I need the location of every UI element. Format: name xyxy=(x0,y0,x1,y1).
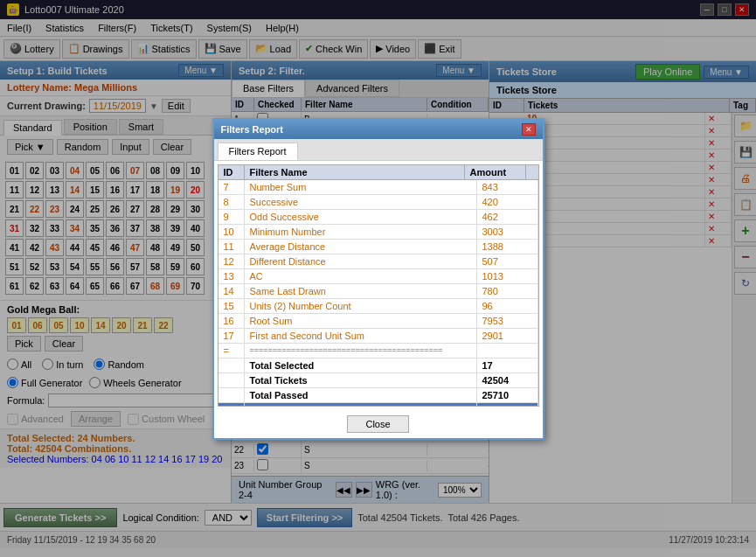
modal-close-btn[interactable]: ✕ xyxy=(522,123,536,136)
modal-total-tickets: Total Tickets 42504 xyxy=(218,373,538,388)
modal-row-9: 9 Odd Successive 462 xyxy=(218,210,538,225)
modal-titlebar: Filters Report ✕ xyxy=(214,120,543,139)
modal-col-name: Filters Name xyxy=(245,165,465,179)
modal-col-amount: Amount xyxy=(465,165,526,179)
modal-close-button[interactable]: Close xyxy=(347,415,408,433)
modal-row-8: 8 Successive 420 xyxy=(218,195,538,210)
modal-col-id: ID xyxy=(218,165,245,179)
modal-row-11: 11 Average Distance 1388 xyxy=(218,240,538,254)
modal-tab-bar: Filters Report xyxy=(214,139,543,161)
modal-row-7: 7 Number Sum 843 xyxy=(218,180,538,195)
modal-body: ID Filters Name Amount 7 Number Sum 843 … xyxy=(214,161,543,410)
modal-row-17: 17 First and Second Unit Sum 2901 xyxy=(218,329,538,344)
modal-row-15: 15 Units (2) Number Count 96 xyxy=(218,299,538,314)
modal-table-header: ID Filters Name Amount xyxy=(218,164,539,179)
modal-total-passed: Total Passed 25710 xyxy=(218,388,538,403)
modal-row-14: 14 Same Last Drawn 780 xyxy=(218,284,538,299)
modal-divider: = ======================================… xyxy=(218,344,538,359)
modal-total-selected: Total Selected 17 xyxy=(218,359,538,373)
modal-overlay: Filters Report ✕ Filters Report ID Filte… xyxy=(0,0,756,557)
modal-footer: Close xyxy=(214,410,543,438)
modal-table-body: 7 Number Sum 843 8 Successive 420 9 Odd … xyxy=(218,179,539,407)
modal-row-16: 16 Root Sum 7953 xyxy=(218,314,538,329)
modal-row-12: 12 Different Distance 507 xyxy=(218,254,538,269)
modal-row-10: 10 Minimum Number 3003 xyxy=(218,225,538,240)
modal-tab[interactable]: Filters Report xyxy=(218,143,298,160)
modal-total-filtered: Total Filtered Out 16794 xyxy=(218,403,538,407)
modal-row-13: 13 AC 1013 xyxy=(218,269,538,284)
filters-report-modal: Filters Report ✕ Filters Report ID Filte… xyxy=(212,118,544,440)
modal-title: Filters Report xyxy=(221,124,284,135)
